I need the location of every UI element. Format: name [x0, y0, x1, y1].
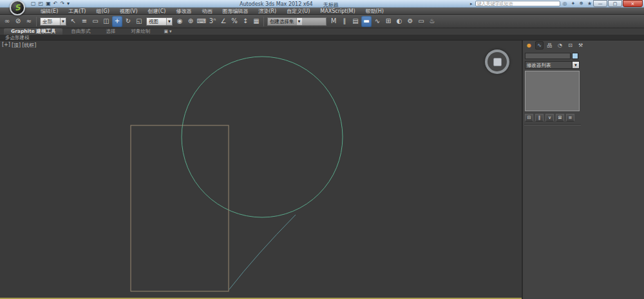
maximize-button[interactable]: ▢ — [608, 0, 622, 7]
command-panel-tabs: ●∿品◔⊡⚒ — [523, 41, 644, 50]
viewport-canvas — [0, 41, 522, 299]
menu-modifiers[interactable]: 修改器 — [171, 8, 196, 15]
remove-modifier-button[interactable]: ⊠ — [556, 114, 564, 122]
select-by-name-icon[interactable]: ≡ — [79, 16, 90, 27]
use-pivot-center-icon[interactable]: ◉ — [175, 16, 185, 27]
modifier-stack-toolbar: ⊟‖∨⊠≡ — [523, 111, 644, 122]
select-and-manipulate-icon[interactable]: ⊕ — [185, 16, 196, 27]
undo-button[interactable]: ↶ — [53, 1, 58, 7]
infocenter: ▸ ◎✦✵★? — [470, 1, 598, 6]
window-crossing-icon[interactable]: ◫ — [101, 16, 111, 27]
curve-editor-icon[interactable]: ∿ — [372, 16, 383, 27]
menu-views[interactable]: 视图(V) — [115, 8, 143, 15]
select-and-link-icon[interactable]: ∞ — [2, 16, 12, 27]
redo-button[interactable]: ↷ — [60, 1, 64, 7]
motion-tab[interactable]: ◔ — [556, 41, 564, 50]
modifier-list-dropdown[interactable]: 修改器列表 ▼ — [525, 61, 580, 69]
schematic-view-icon[interactable]: ⊞ — [383, 16, 393, 27]
subscription-center-icon[interactable]: ✦ — [571, 1, 576, 6]
edit-named-selections-icon[interactable]: ▦ — [251, 16, 261, 27]
angle-snap-icon[interactable]: ∠ — [218, 16, 229, 27]
selection-filter-dropdown[interactable]: 全部 ▼ — [40, 17, 66, 26]
menu-group[interactable]: 组(G) — [91, 8, 114, 15]
favorites-icon[interactable]: ★ — [587, 1, 592, 6]
tab-object-paint[interactable]: 对象绘制 — [124, 28, 157, 35]
select-and-move-icon[interactable]: + — [112, 16, 122, 27]
snap-toggle-3d-icon[interactable]: 3ⁿ — [207, 16, 218, 27]
select-object-icon[interactable]: ↖ — [68, 16, 79, 27]
viewcube-top-face[interactable] — [493, 58, 502, 66]
graphite-toggle-icon[interactable]: ▬ — [361, 16, 372, 27]
layer-manager-icon[interactable]: ▤ — [350, 16, 361, 27]
select-and-rotate-icon[interactable]: ↻ — [123, 16, 133, 27]
make-unique-button[interactable]: ∨ — [545, 114, 554, 122]
utilities-tab[interactable]: ⚒ — [576, 41, 585, 50]
render-production-icon[interactable]: ♨ — [427, 16, 437, 27]
bind-to-space-warp-icon[interactable]: ≈ — [24, 16, 34, 27]
configure-modifier-sets-button[interactable]: ≡ — [566, 114, 574, 122]
link-tools: ∞⊘≈ — [2, 16, 34, 27]
create-tab[interactable]: ● — [525, 41, 533, 50]
rendered-frame-icon[interactable]: ▭ — [416, 16, 426, 27]
viewport-shading-menu[interactable]: [线框] — [22, 42, 36, 49]
tab-graphite-modeling[interactable]: Graphite 建模工具 — [4, 28, 62, 35]
viewport-pov-menu[interactable]: [顶] — [12, 42, 21, 49]
qat-options-button[interactable]: ▾ — [67, 1, 70, 7]
viewport-label: [+] [顶] [线框] — [2, 42, 36, 49]
percent-snap-icon[interactable]: % — [229, 16, 240, 27]
window-controls: — ▢ × — [593, 0, 643, 7]
pin-stack-button[interactable]: ⊟ — [525, 114, 533, 122]
align-icon[interactable]: ∥ — [339, 16, 350, 27]
named-selection-sets-combo[interactable]: 创建选择集 ▼ — [267, 17, 327, 26]
material-editor-icon[interactable]: ◐ — [394, 16, 404, 27]
ribbon-options-button[interactable]: ▣ ▾ — [164, 28, 171, 35]
render-setup-icon[interactable]: ⚙ — [405, 16, 415, 27]
display-tab[interactable]: ⊡ — [566, 41, 574, 50]
viewport-general-menu[interactable]: [+] — [2, 42, 10, 49]
keyboard-override-icon[interactable]: ⌨ — [196, 16, 207, 27]
infocenter-search-input[interactable] — [475, 1, 560, 6]
new-scene-button[interactable]: ▢ — [31, 1, 36, 7]
select-and-scale-icon[interactable]: ◱ — [134, 16, 144, 27]
menu-animation[interactable]: 动画 — [196, 8, 217, 15]
rectangle-spline[interactable] — [131, 125, 229, 291]
close-button[interactable]: × — [623, 0, 643, 7]
polygon-modeling-panel-button[interactable]: 多边形建模 — [0, 35, 30, 41]
object-color-swatch[interactable] — [572, 53, 578, 59]
unlink-selection-icon[interactable]: ⊘ — [13, 16, 23, 27]
menu-edit[interactable]: 编辑(E) — [35, 8, 63, 15]
minimize-button[interactable]: — — [593, 0, 607, 7]
menu-help[interactable]: 帮助(H) — [361, 8, 389, 15]
menu-graph-editors[interactable]: 图形编辑器 — [217, 8, 253, 15]
menu-rendering[interactable]: 渲染(R) — [253, 8, 281, 15]
menu-create[interactable]: 创建(C) — [143, 8, 171, 15]
mirror-icon[interactable]: M — [328, 16, 339, 27]
coordinate-system-dropdown[interactable]: 视图 ▼ — [146, 17, 173, 26]
menu-customize[interactable]: 自定义(U) — [281, 8, 315, 15]
title-bar: ▢◰▣↶↷▾ Autodesk 3ds Max 2012 x64 无标题 ▸ ◎… — [0, 0, 644, 8]
menu-maxscript[interactable]: MAXScript(M) — [315, 8, 360, 15]
curve-spline[interactable] — [229, 215, 296, 289]
tab-selection[interactable]: 选择 — [99, 28, 122, 35]
infocenter-expand-icon[interactable]: ▸ — [470, 1, 473, 6]
communication-center-icon[interactable]: ✵ — [579, 1, 583, 6]
rectangular-selection-icon[interactable]: ▭ — [90, 16, 100, 27]
modify-tab[interactable]: ∿ — [535, 41, 544, 50]
tab-freeform[interactable]: 自由形式 — [64, 28, 97, 35]
toolbar-separator — [36, 17, 37, 26]
chevron-down-icon: ▼ — [166, 18, 172, 25]
hierarchy-tab[interactable]: 品 — [545, 41, 554, 50]
viewport[interactable]: [+] [顶] [线框] — [0, 41, 522, 299]
object-name-field[interactable] — [525, 53, 571, 59]
menu-tools[interactable]: 工具(T) — [63, 8, 91, 15]
viewcube[interactable] — [485, 50, 509, 74]
application-menu-button[interactable]: S — [10, 0, 25, 15]
circle-spline[interactable] — [182, 57, 343, 217]
save-file-button[interactable]: ▣ — [46, 1, 51, 7]
modifier-stack[interactable] — [525, 71, 580, 111]
spinner-snap-icon[interactable]: ↕ — [240, 16, 251, 27]
search-icon[interactable]: ◎ — [563, 1, 567, 6]
chevron-down-icon: ▾ — [169, 29, 172, 34]
show-end-result-button[interactable]: ‖ — [535, 114, 544, 122]
open-file-button[interactable]: ◰ — [39, 1, 44, 7]
